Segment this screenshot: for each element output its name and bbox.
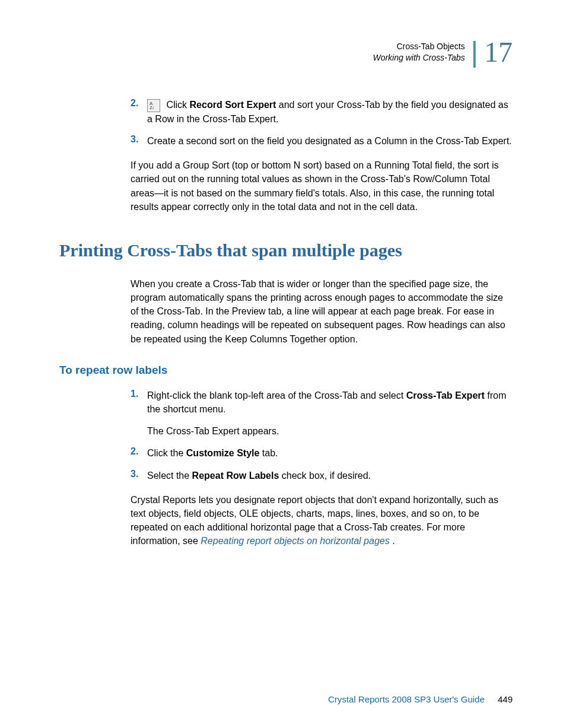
step-number: 1. xyxy=(131,389,147,438)
sort-az-icon xyxy=(147,99,160,112)
paragraph-designate-objects: Crystal Reports lets you designate repor… xyxy=(131,493,513,548)
step-3b: 3. Select the Repeat Row Labels check bo… xyxy=(131,469,513,482)
step-1: 1. Right-click the blank top-left area o… xyxy=(131,389,513,438)
step-text-pre: Right-click the blank top-left area of t… xyxy=(147,390,406,400)
step-number: 3. xyxy=(131,134,147,148)
step-text-bold: Cross-Tab Expert xyxy=(406,390,485,400)
step-body: Right-click the blank top-left area of t… xyxy=(147,389,513,438)
step-text-pre: Click the xyxy=(147,448,186,458)
step-3: 3. Create a second sort on the field you… xyxy=(131,134,513,148)
step-text-bold: Record Sort Expert xyxy=(190,100,276,110)
step-text-bold: Customize Style xyxy=(186,448,260,458)
footer-page-number: 449 xyxy=(498,694,513,704)
chapter-number: 17 xyxy=(484,36,513,68)
step-number: 3. xyxy=(131,469,147,482)
step-text-pre: Select the xyxy=(147,471,192,481)
paragraph-span-pages: When you create a Cross-Tab that is wide… xyxy=(131,277,513,346)
heading-printing-crosstabs: Printing Cross-Tabs that span multiple p… xyxy=(59,240,513,260)
step-2: 2. Click Record Sort Expert and sort you… xyxy=(131,98,513,126)
breadcrumb: Working with Cross-Tabs xyxy=(373,52,465,63)
chapter-title: Cross-Tab Objects xyxy=(373,41,465,52)
paragraph-group-sort: If you add a Group Sort (top or bottom N… xyxy=(131,158,513,214)
content-area: 2. Click Record Sort Expert and sort you… xyxy=(59,98,513,214)
step-text-pre: Click xyxy=(164,100,190,110)
steps-repeat-labels: 1. Right-click the blank top-left area o… xyxy=(59,389,513,548)
page-footer: Crystal Reports 2008 SP3 User's Guide 44… xyxy=(328,694,513,704)
step-body: Click Record Sort Expert and sort your C… xyxy=(147,98,513,126)
para-after: . xyxy=(390,536,395,546)
section-body: When you create a Cross-Tab that is wide… xyxy=(59,277,513,346)
step-body: Create a second sort on the field you de… xyxy=(147,134,512,148)
step-number: 2. xyxy=(131,98,147,126)
step-text-bold: Repeat Row Labels xyxy=(192,471,279,481)
step-text-post: tab. xyxy=(259,448,278,458)
step-number: 2. xyxy=(131,446,147,460)
link-repeating-objects[interactable]: Repeating report objects on horizontal p… xyxy=(201,536,389,546)
step-body: Select the Repeat Row Labels check box, … xyxy=(147,469,371,482)
heading-repeat-row-labels: To repeat row labels xyxy=(59,364,513,377)
header-text: Cross-Tab Objects Working with Cross-Tab… xyxy=(373,41,465,62)
footer-title: Crystal Reports 2008 SP3 User's Guide xyxy=(328,694,485,704)
step-2b: 2. Click the Customize Style tab. xyxy=(131,446,513,460)
step-body: Click the Customize Style tab. xyxy=(147,446,278,460)
page-header: Cross-Tab Objects Working with Cross-Tab… xyxy=(59,36,513,68)
step-note: The Cross-Tab Expert appears. xyxy=(147,424,513,438)
step-text-post: check box, if desired. xyxy=(279,471,371,481)
header-separator: | xyxy=(471,36,478,68)
